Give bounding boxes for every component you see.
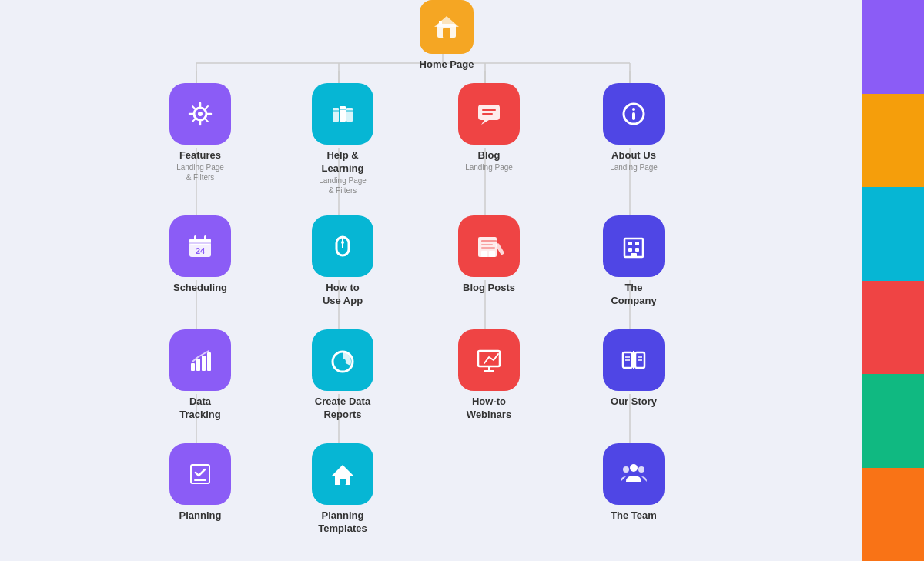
- svg-point-26: [198, 112, 203, 116]
- aboutus-label: About Us: [611, 149, 656, 162]
- planningtemplates-label: PlanningTemplates: [318, 509, 367, 536]
- svg-rect-59: [489, 251, 495, 257]
- svg-rect-53: [189, 242, 211, 244]
- svg-point-75: [340, 359, 346, 365]
- planning-icon: [169, 443, 231, 505]
- strip-teal: [862, 187, 924, 281]
- svg-rect-68: [635, 248, 639, 252]
- blogposts-node[interactable]: Blog Posts: [454, 215, 524, 295]
- help-icon: [312, 83, 373, 145]
- home-icon: [420, 0, 474, 54]
- howtouse-label: How toUse App: [323, 282, 363, 308]
- svg-point-92: [638, 466, 644, 473]
- svg-rect-89: [340, 479, 346, 485]
- svg-rect-24: [439, 21, 442, 24]
- help-label: Help &Learning: [322, 149, 364, 175]
- ourstory-label: Our Story: [611, 396, 657, 409]
- planning-label: Planning: [179, 509, 222, 523]
- svg-rect-50: [194, 235, 196, 242]
- ourstory-node[interactable]: Our Story: [599, 329, 668, 409]
- features-sublabel: Landing Page& Filters: [176, 162, 224, 182]
- thecompany-label: TheCompany: [611, 282, 656, 308]
- theteam-icon: [603, 443, 665, 505]
- scheduling-node[interactable]: 24 Scheduling: [166, 215, 235, 295]
- svg-rect-62: [481, 247, 495, 249]
- svg-rect-37: [346, 108, 353, 122]
- svg-line-32: [205, 119, 208, 122]
- strip-green: [862, 374, 924, 468]
- createdatareports-node[interactable]: Create DataReports: [308, 329, 377, 422]
- help-sublabel: Landing Page& Filters: [319, 175, 367, 195]
- tree-container: Home Page Features Landing Pag: [0, 0, 862, 561]
- howtouse-node[interactable]: How toUse App: [308, 215, 377, 308]
- svg-line-33: [205, 106, 208, 109]
- svg-rect-71: [196, 359, 200, 371]
- thecompany-icon: [603, 215, 665, 277]
- svg-rect-66: [635, 242, 639, 245]
- aboutus-icon: [603, 83, 665, 145]
- home-node[interactable]: Home Page: [416, 0, 477, 72]
- createdatareports-icon: [312, 329, 373, 391]
- planning-node[interactable]: Planning: [166, 443, 235, 523]
- aboutus-sublabel: Landing Page: [610, 162, 658, 172]
- svg-rect-41: [478, 105, 500, 120]
- howtowebinars-icon: [458, 329, 520, 391]
- strip-orange: [862, 468, 924, 562]
- scheduling-icon: 24: [169, 215, 231, 277]
- strip-red: [862, 281, 924, 375]
- svg-rect-35: [333, 108, 339, 122]
- tree-svg: [0, 0, 862, 561]
- thecompany-node[interactable]: TheCompany: [599, 215, 668, 308]
- datatracking-node[interactable]: DataTracking: [166, 329, 235, 422]
- svg-rect-72: [202, 356, 206, 371]
- howtowebinars-node[interactable]: How-toWebinars: [454, 329, 524, 422]
- svg-marker-42: [481, 120, 489, 125]
- features-icon: [169, 83, 231, 145]
- howtouse-icon: [312, 215, 373, 277]
- theteam-label: The Team: [611, 509, 657, 523]
- help-node[interactable]: Help &Learning Landing Page& Filters: [308, 83, 377, 195]
- svg-rect-67: [628, 248, 632, 252]
- svg-rect-36: [340, 106, 346, 122]
- aboutus-node[interactable]: About Us Landing Page: [599, 83, 668, 172]
- datatracking-label: DataTracking: [179, 396, 220, 422]
- svg-point-46: [632, 108, 635, 111]
- svg-line-31: [192, 106, 196, 109]
- sidebar-strips: [862, 0, 924, 561]
- blog-label: Blog: [478, 149, 500, 162]
- svg-rect-23: [443, 28, 450, 38]
- strip-amber: [862, 94, 924, 188]
- svg-rect-51: [204, 235, 206, 242]
- blog-icon: [458, 83, 520, 145]
- svg-rect-76: [478, 351, 500, 366]
- svg-point-91: [623, 466, 629, 473]
- planningtemplates-icon: [312, 443, 373, 505]
- svg-rect-58: [481, 251, 487, 257]
- svg-marker-22: [434, 16, 459, 27]
- planningtemplates-node[interactable]: PlanningTemplates: [308, 443, 377, 536]
- features-label: Features: [179, 149, 221, 162]
- svg-line-34: [192, 119, 196, 122]
- svg-text:24: 24: [196, 246, 206, 255]
- blogposts-icon: [458, 215, 520, 277]
- svg-rect-70: [191, 363, 195, 371]
- blog-node[interactable]: Blog Landing Page: [454, 83, 524, 172]
- createdatareports-label: Create DataReports: [315, 396, 370, 422]
- svg-rect-73: [207, 352, 211, 371]
- svg-rect-65: [628, 242, 632, 245]
- svg-rect-61: [481, 244, 493, 245]
- features-node[interactable]: Features Landing Page& Filters: [166, 83, 235, 182]
- svg-rect-47: [632, 112, 635, 120]
- svg-point-90: [630, 464, 638, 472]
- main-content: Home Page Features Landing Pag: [0, 0, 862, 561]
- datatracking-icon: [169, 329, 231, 391]
- svg-rect-69: [631, 253, 637, 257]
- svg-rect-60: [481, 240, 497, 242]
- scheduling-label: Scheduling: [173, 282, 227, 295]
- blogposts-label: Blog Posts: [463, 282, 515, 295]
- theteam-node[interactable]: The Team: [599, 443, 668, 523]
- howtowebinars-label: How-toWebinars: [467, 396, 511, 422]
- home-label: Home Page: [420, 58, 474, 72]
- strip-purple: [862, 0, 924, 94]
- blog-sublabel: Landing Page: [465, 162, 513, 172]
